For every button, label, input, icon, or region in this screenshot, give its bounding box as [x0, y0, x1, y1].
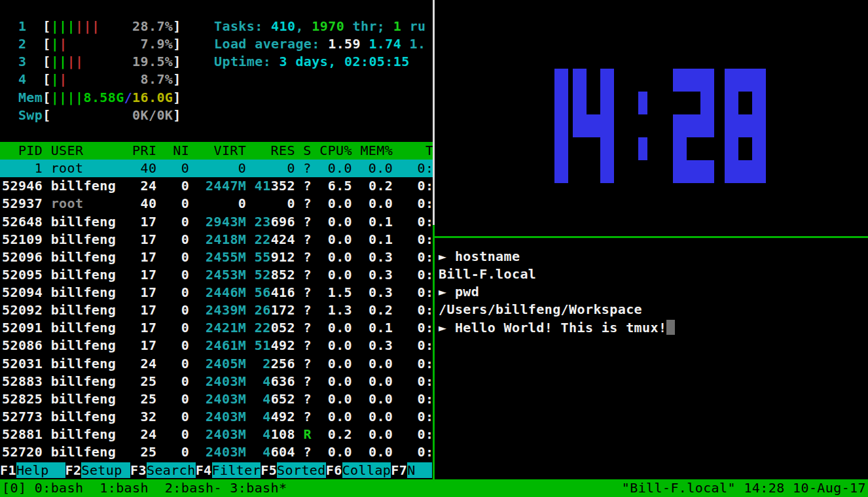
text-segment: 2455M — [198, 249, 247, 265]
text-segment: 1.74 — [361, 36, 401, 52]
text-segment: 4 — [255, 444, 271, 460]
process-row[interactable]: 52937 root 40 0 0 0 ? 0.0 0.0 0: — [0, 195, 433, 213]
text-segment: ? — [303, 302, 311, 318]
text-segment: [ — [43, 107, 50, 123]
text-segment: 52720 — [2, 444, 51, 460]
process-row[interactable]: 52825 billfeng 25 0 2403M 4652 ? 0.0 0.0… — [0, 390, 433, 408]
process-row[interactable]: 52946 billfeng 24 0 2447M 41352 ? 6.5 0.… — [0, 177, 433, 195]
process-row[interactable]: 52092 billfeng 17 0 2439M 26172 ? 1.3 0.… — [0, 301, 433, 319]
process-row[interactable]: 52109 billfeng 17 0 2418M 22424 ? 0.0 0.… — [0, 231, 433, 248]
text-segment: 4 — [255, 426, 271, 442]
text-segment: 0.2 0.0 0: — [312, 426, 434, 442]
shell-output: ► hostnameBill-F.local► pwd/Users/billfe… — [439, 248, 675, 337]
clock-block — [687, 69, 700, 92]
text-segment: 52883 — [2, 373, 51, 389]
text-segment — [295, 373, 303, 389]
process-row[interactable]: 52881 billfeng 24 0 2403M 4108 R 0.2 0.0… — [0, 426, 433, 443]
fkey-label[interactable]: Collap — [342, 462, 391, 478]
text-segment — [67, 36, 133, 52]
process-row[interactable]: 52883 billfeng 25 0 2403M 4636 ? 0.0 0.0… — [0, 373, 433, 390]
fkey-label[interactable]: Sorted — [277, 462, 326, 478]
text-segment — [51, 107, 132, 123]
fkey-f5[interactable]: F5 — [261, 462, 277, 478]
process-row[interactable]: 52720 billfeng 25 0 2403M 4604 ? 0.0 0.0… — [0, 443, 433, 461]
process-row[interactable]: 52773 billfeng 32 0 2403M 4492 ? 0.0 0.0… — [0, 408, 433, 426]
text-segment: 52825 — [2, 391, 51, 407]
clock-block — [687, 160, 700, 183]
text-segment: Tasks: — [214, 18, 271, 34]
text-segment — [295, 178, 303, 194]
process-row[interactable]: 52031 billfeng 24 0 2405M 2256 ? 0.0 0.0… — [0, 355, 433, 373]
text-segment — [246, 373, 254, 389]
clock-block — [700, 160, 714, 183]
text-segment: 3 — [2, 54, 43, 69]
text-segment: 2453M — [198, 267, 247, 283]
text-segment: 492 — [271, 337, 295, 353]
text-segment: 17 0 — [124, 337, 198, 353]
text-segment — [295, 391, 303, 407]
text-segment: billfeng — [51, 320, 124, 335]
tmux-window-list[interactable]: [0] 0:bash 1:bash 2:bash- 3:bash* — [2, 479, 287, 497]
fkey-f4[interactable]: F4 — [196, 462, 212, 478]
text-segment: 2439M — [198, 302, 247, 318]
text-segment: 0.0 0.1 0: — [312, 320, 434, 335]
fkey-f6[interactable]: F6 — [326, 462, 342, 478]
swap-meter: Swp[ 0K/0K] — [2, 107, 181, 124]
cpu-meter-2: 2 [|| 7.9%] — [2, 35, 181, 53]
fkey-label[interactable]: Search — [147, 462, 196, 478]
text-segment: 416 — [271, 284, 295, 300]
text-segment: 40 0 — [124, 196, 198, 211]
fkey-label[interactable]: Filter — [212, 462, 261, 478]
text-segment: 0.0 0.0 0: — [312, 409, 434, 424]
fkey-f2[interactable]: F2 — [65, 462, 82, 478]
table-header-row[interactable]: PID USER PRI NI VIRT RES S CPU% MEM% T — [0, 142, 433, 160]
fkey-label[interactable]: Setup — [81, 462, 130, 478]
text-segment: root — [51, 196, 124, 211]
clock-block — [573, 69, 587, 92]
text-segment: 108 — [271, 426, 295, 442]
text-segment: 52095 — [2, 267, 51, 283]
process-row[interactable]: 52091 billfeng 17 0 2421M 22052 ? 0.0 0.… — [0, 319, 433, 337]
text-segment — [246, 178, 254, 194]
text-segment: 0.0 0.1 0: — [312, 214, 434, 230]
process-row[interactable]: 52096 billfeng 17 0 2455M 55912 ? 0.0 0.… — [0, 248, 433, 266]
text-segment: ► Hello World! This is tmux! — [439, 320, 666, 335]
text-segment: 55 — [255, 249, 271, 265]
fkey-f1[interactable]: F1 — [0, 462, 16, 478]
process-row[interactable]: 52094 billfeng 17 0 2446M 56416 ? 1.5 0.… — [0, 284, 433, 301]
clock-block — [700, 114, 714, 137]
process-row[interactable]: 52086 billfeng 17 0 2461M 51492 ? 0.0 0.… — [0, 337, 433, 354]
process-row[interactable]: 52648 billfeng 17 0 2943M 23696 ? 0.0 0.… — [0, 213, 433, 231]
fkey-label[interactable]: N — [407, 462, 431, 478]
text-segment: | — [59, 36, 67, 52]
clock-block — [638, 92, 647, 114]
text-segment — [295, 337, 303, 353]
fkey-f3[interactable]: F3 — [130, 462, 147, 478]
clock-block — [600, 160, 614, 183]
text-segment: 0.0 0.3 0: — [312, 267, 434, 283]
process-row[interactable]: 52095 billfeng 17 0 2453M 52852 ? 0.0 0.… — [0, 266, 433, 284]
text-segment — [246, 231, 254, 247]
text-segment: Bill-F.local — [439, 266, 536, 282]
text-segment — [67, 71, 133, 87]
text-segment: || — [51, 54, 67, 69]
text-segment — [295, 196, 303, 211]
text-segment: ? — [303, 320, 311, 335]
text-segment: ] — [173, 90, 181, 105]
process-row[interactable]: 1 root 40 0 0 0 ? 0.0 0.0 0: — [0, 160, 433, 177]
text-segment: ? — [303, 356, 311, 371]
text-segment: 4 — [255, 391, 271, 407]
text-segment: 8.58G — [83, 90, 124, 105]
memory-meter: Mem[||||8.58G/16.0G] — [2, 89, 181, 107]
fkey-f7[interactable]: F7 — [391, 462, 407, 478]
shell-pane[interactable]: ► hostnameBill-F.local► pwd/Users/billfe… — [434, 238, 868, 479]
text-segment: 1970 — [312, 18, 344, 34]
text-segment — [295, 214, 303, 230]
text-segment: | — [51, 36, 59, 52]
text-segment: 6.5 0.2 0: — [312, 178, 434, 194]
text-segment: 2403M — [198, 373, 247, 389]
text-segment: 2 — [255, 356, 271, 371]
text-segment: ? — [303, 178, 311, 194]
shell-command-line: ► pwd — [439, 283, 675, 301]
fkey-label[interactable]: Help — [16, 462, 65, 478]
